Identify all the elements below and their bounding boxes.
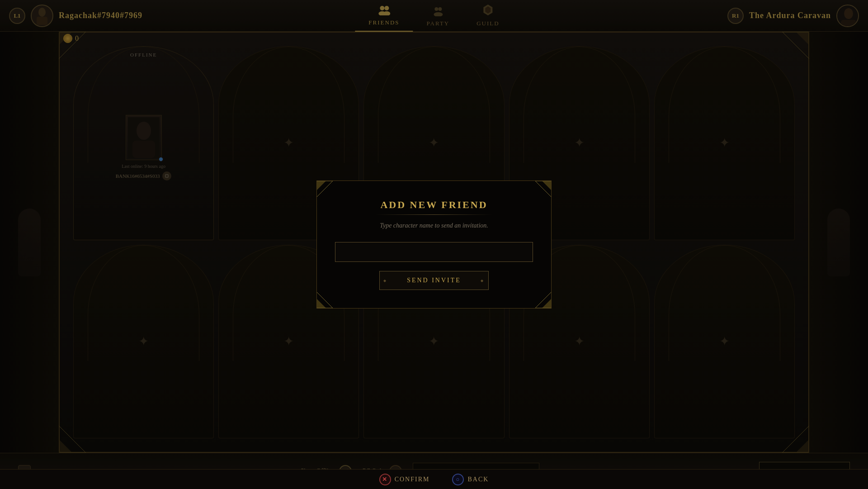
confirm-label: Confirm — [395, 476, 430, 483]
back-o-icon: ○ — [452, 474, 464, 485]
back-action[interactable]: ○ Back — [452, 474, 489, 485]
back-label: Back — [467, 476, 489, 483]
modal-overlay: Add New Friend Type character name to se… — [0, 0, 868, 489]
add-friend-modal: Add New Friend Type character name to se… — [316, 180, 552, 309]
modal-subtitle: Type character name to send an invitatio… — [335, 222, 533, 229]
modal-corner-tl — [317, 181, 335, 199]
send-invite-button[interactable]: SEND INVITE — [379, 271, 489, 290]
modal-corner-bl — [317, 290, 335, 308]
action-bar: ✕ Confirm ○ Back — [0, 469, 868, 489]
character-name-input[interactable] — [335, 242, 533, 262]
modal-corner-br — [533, 290, 551, 308]
modal-title: Add New Friend — [335, 199, 533, 211]
confirm-x-icon: ✕ — [379, 474, 391, 485]
modal-divider — [375, 214, 494, 215]
confirm-action[interactable]: ✕ Confirm — [379, 474, 430, 485]
modal-corner-tr — [533, 181, 551, 199]
